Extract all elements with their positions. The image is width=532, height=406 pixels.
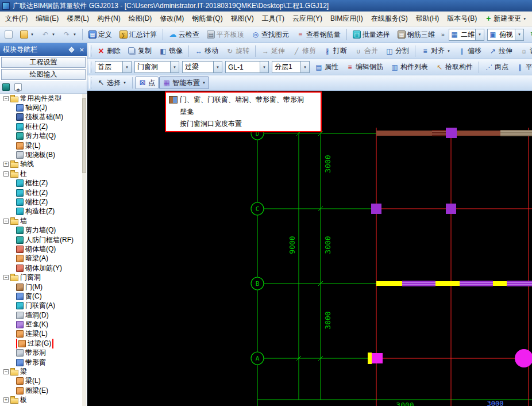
two-point-button[interactable]: 两点 — [481, 61, 512, 74]
offset-button[interactable]: 偏移 — [454, 45, 485, 58]
move-button[interactable]: 移动 — [191, 45, 222, 58]
smart-place-button[interactable]: 智能布置▼ — [159, 76, 209, 89]
chevron-down-icon[interactable]: ▼ — [122, 62, 131, 72]
menu-bim-app[interactable]: BIM应用(I) — [326, 12, 367, 26]
tree-item-wall-group[interactable]: −墙 — [0, 216, 83, 225]
pick-element-button[interactable]: 拾取构件 — [432, 61, 476, 74]
menu-element[interactable]: 构件(N) — [93, 12, 125, 26]
properties-button[interactable]: 属性 — [311, 61, 342, 74]
menu-item-niche[interactable]: 壁龛 — [166, 106, 321, 118]
stretch-button[interactable]: 拉伸 — [485, 45, 516, 58]
mirror-button[interactable]: 镜像 — [156, 45, 186, 58]
delete-button[interactable]: 删除 — [94, 45, 124, 58]
menu-item-by-opening-width[interactable]: 按门窗洞口宽度布置 — [166, 118, 321, 130]
tree-item-civil-defense-doorframe-wall[interactable]: 人防门框墙(RF) — [0, 235, 83, 244]
tree-item-shear-wall-2[interactable]: 剪力墙(Q) — [0, 225, 83, 235]
tree-item-axis-grid[interactable]: 轴网(J) — [0, 103, 83, 112]
drawing-canvas[interactable]: D C B A 3000 9000 3000 3000 — [87, 91, 532, 406]
menu-draw[interactable]: 绘图(D) — [125, 12, 156, 26]
category-view-icon[interactable] — [2, 83, 10, 91]
menu-item-door-window-group[interactable]: 门、窗、门联窗、墙洞、带形窗、带形洞 — [166, 94, 321, 106]
tree-item-cast-slab[interactable]: 现浇板(B) — [0, 150, 83, 159]
tree-item-hidden-column[interactable]: 暗柱(Z) — [0, 188, 83, 197]
name-combo[interactable]: GL-1▼ — [225, 61, 269, 73]
tree-item-common-types[interactable]: −常用构件类型 — [0, 94, 83, 103]
summary-calc-button[interactable]: 汇总计算 — [116, 28, 160, 41]
menu-version[interactable]: 版本号(B) — [443, 12, 481, 26]
menu-online-service[interactable]: 在线服务(S) — [367, 12, 412, 26]
chevron-down-icon[interactable]: ▼ — [170, 62, 179, 72]
merge-button[interactable]: 合并 — [351, 45, 381, 58]
batch-select-button[interactable]: 批量选择 — [349, 28, 394, 41]
parallel-button[interactable]: 平行 — [512, 61, 532, 74]
point-button[interactable]: 点 — [135, 76, 159, 89]
edit-rebar-button[interactable]: 编辑钢筋 — [342, 61, 387, 74]
tree-item-strip-window[interactable]: 带形窗 — [0, 358, 83, 367]
floor-combo[interactable]: 首层▼ — [95, 61, 132, 73]
element-list-button[interactable]: 构件列表 — [387, 61, 431, 74]
menu-modify[interactable]: 修改(M) — [156, 12, 188, 26]
tree-item-raft-foundation[interactable]: 筏板基础(M) — [0, 113, 83, 122]
tree-expander-icon[interactable]: − — [3, 369, 9, 374]
break-button[interactable]: 打断 — [320, 45, 350, 58]
extend-button[interactable]: 延伸 — [258, 45, 288, 58]
select-button[interactable]: 选择▼ — [94, 76, 130, 89]
menu-tools[interactable]: 工具(T) — [258, 12, 288, 26]
tree-item-coupling-beam[interactable]: 连梁(L) — [0, 330, 83, 339]
menu-floor[interactable]: 楼层(L) — [63, 12, 93, 26]
tree-item-door-window-combo[interactable]: 门联窗(A) — [0, 301, 83, 311]
tree-item-end-column[interactable]: 端柱(Z) — [0, 197, 83, 206]
menu-help[interactable]: 帮助(H) — [412, 12, 444, 26]
tree-item-frame-column-2[interactable]: 框柱(Z) — [0, 179, 83, 188]
tree-item-door[interactable]: 门(M) — [0, 282, 83, 292]
menu-view[interactable]: 视图(V) — [227, 12, 258, 26]
settings-button[interactable]: 设置 — [516, 45, 532, 58]
layer-combo[interactable]: 分层1▼ — [272, 61, 310, 73]
camera-combo[interactable]: 俯视▼ — [487, 29, 524, 41]
lintel-wall[interactable] — [376, 281, 532, 286]
close-icon[interactable]: × — [79, 46, 84, 53]
chevron-down-icon[interactable]: ▼ — [300, 62, 309, 72]
tree-item-beam-2[interactable]: 梁(L) — [0, 377, 83, 386]
split-button[interactable]: 分割 — [382, 45, 413, 58]
rebar-3d-button[interactable]: 钢筋三维 — [394, 28, 438, 41]
undo-button[interactable]: ▼ — [38, 28, 59, 41]
tree-item-beam[interactable]: 梁(L) — [0, 141, 83, 150]
draw-input-button[interactable]: 绘图输入 — [1, 69, 86, 80]
menu-cloud-app[interactable]: 云应用(Y) — [288, 12, 326, 26]
project-settings-button[interactable]: 工程设置 — [1, 57, 86, 68]
tree-expander-icon[interactable]: − — [3, 96, 9, 101]
toolbar-grip[interactable] — [89, 62, 91, 73]
new-change-button[interactable]: 新建变更▼ — [481, 13, 530, 25]
tree-item-frame-column[interactable]: 框柱(Z) — [0, 122, 83, 131]
chevron-down-icon[interactable]: ▼ — [260, 62, 268, 72]
top-wall[interactable] — [376, 128, 532, 138]
tree-item-beam-group[interactable]: −梁 — [0, 367, 83, 376]
expand-collapse-icon[interactable] — [14, 83, 22, 91]
tree-item-window[interactable]: 窗(C) — [0, 292, 83, 301]
tree-item-lintel[interactable]: 过梁(G) — [0, 339, 83, 348]
menu-edit[interactable]: 编辑(E) — [32, 12, 63, 26]
align-button[interactable]: 对齐▼ — [418, 45, 454, 58]
tree-item-niche[interactable]: 壁龛(K) — [0, 320, 83, 329]
tree-item-strip-opening[interactable]: 带形洞 — [0, 348, 83, 358]
cloud-check-button[interactable]: 云检查 — [165, 28, 203, 41]
tree-scrollbar[interactable] — [82, 94, 86, 406]
trim-button[interactable]: 修剪 — [289, 45, 319, 58]
chevron-down-icon[interactable]: ▼ — [475, 29, 484, 40]
view-mode-combo[interactable]: 二维▼ — [449, 29, 484, 41]
chevron-down-icon[interactable]: ▼ — [515, 29, 523, 40]
tree-expander-icon[interactable]: + — [3, 162, 9, 167]
tree-item-door-window-group[interactable]: −门窗洞 — [0, 273, 83, 282]
menu-rebar-quantity[interactable]: 钢筋量(Q) — [188, 12, 226, 26]
toolbar-overflow-chevron[interactable]: » — [439, 31, 447, 38]
tree-item-ring-beam[interactable]: 圈梁(E) — [0, 386, 83, 395]
tree-item-structural-column[interactable]: 构造柱(Z) — [0, 207, 83, 216]
rotate-button[interactable]: 旋转 — [222, 45, 253, 58]
tree-item-axis-lines[interactable]: +轴线 — [0, 160, 83, 169]
toolbar-grip[interactable] — [89, 45, 91, 57]
tree-expander-icon[interactable]: + — [3, 397, 9, 403]
tree-expander-icon[interactable]: − — [3, 219, 9, 224]
tree-item-column-group[interactable]: −柱 — [0, 169, 83, 178]
tree-expander-icon[interactable]: − — [3, 171, 9, 177]
